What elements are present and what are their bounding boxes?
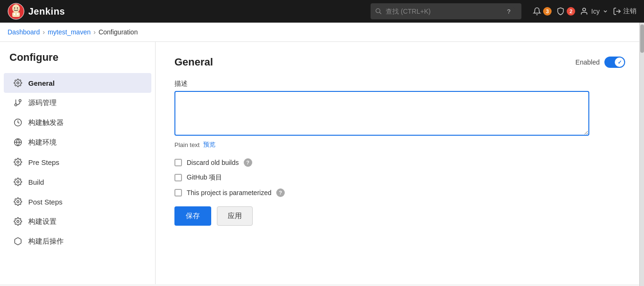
sidebar-item-trigger-label: 构建触发器 (28, 118, 64, 127)
sidebar-item-pre-steps-label: Pre Steps (28, 158, 59, 166)
security-badge[interactable]: 2 (556, 7, 575, 16)
sidebar-item-build-settings[interactable]: 构建设置 (4, 212, 151, 231)
text-mode-row: Plain text 预览 (174, 140, 625, 149)
enabled-toggle-row: Enabled ✓ (576, 57, 625, 68)
sidebar-item-source[interactable]: 源码管理 (4, 93, 151, 113)
security-count: 2 (567, 7, 575, 16)
sidebar-item-post-steps-label: Post Steps (28, 198, 63, 206)
sidebar: Configure General 源码管理 (0, 42, 156, 284)
svg-point-13 (19, 99, 21, 102)
main-layout: Configure General 源码管理 (0, 42, 644, 284)
shield-icon (556, 7, 565, 16)
breadcrumb-sep-1: › (43, 28, 45, 36)
search-input[interactable] (386, 8, 499, 15)
main-content: General Enabled ✓ 描述 Plain text 预览 Dis (156, 42, 644, 284)
svg-rect-4 (12, 12, 20, 17)
user-icon (580, 7, 588, 16)
sidebar-item-pre-steps[interactable]: Pre Steps (4, 152, 151, 172)
enabled-toggle[interactable]: ✓ (604, 57, 625, 68)
svg-rect-6 (17, 13, 18, 15)
parameterized-checkbox[interactable] (174, 189, 182, 196)
post-steps-icon (13, 197, 23, 206)
page-title: General (174, 56, 213, 68)
nav-actions: 3 2 Icy 注销 (533, 7, 636, 16)
breadcrumb-dashboard[interactable]: Dashboard (8, 28, 40, 36)
sidebar-item-source-label: 源码管理 (28, 98, 57, 107)
github-project-row: GitHub 项目 (174, 173, 625, 182)
build-settings-icon (13, 217, 23, 226)
sidebar-item-post-build-label: 构建后操作 (28, 237, 64, 246)
description-textarea[interactable] (174, 91, 589, 136)
bell-icon (533, 7, 541, 16)
svg-point-9 (583, 8, 586, 11)
scrollbar[interactable] (639, 23, 644, 286)
user-name: Icy (591, 8, 600, 15)
scrollbar-thumb (640, 25, 644, 53)
svg-point-18 (17, 161, 19, 163)
sidebar-item-general-label: General (28, 79, 55, 87)
parameterized-help[interactable]: ? (276, 188, 285, 197)
post-build-icon (13, 237, 23, 246)
svg-point-21 (17, 221, 19, 223)
search-icon (375, 8, 382, 15)
jenkins-logo: Jenkins (8, 3, 65, 20)
sidebar-item-env[interactable]: 构建环境 (4, 132, 151, 152)
sidebar-item-post-build[interactable]: 构建后操作 (4, 231, 151, 251)
sidebar-item-general[interactable]: General (4, 73, 151, 93)
notifications-badge[interactable]: 3 (533, 7, 552, 16)
svg-rect-5 (14, 13, 15, 15)
logout-button[interactable]: 注销 (613, 7, 636, 16)
discard-builds-checkbox[interactable] (174, 159, 182, 166)
user-menu[interactable]: Icy (580, 7, 608, 16)
svg-point-3 (17, 8, 18, 8)
source-icon (13, 98, 23, 107)
general-icon (13, 78, 23, 88)
svg-point-19 (17, 181, 19, 183)
breadcrumb-sep-2: › (93, 28, 96, 36)
svg-point-20 (17, 201, 19, 203)
jenkins-logo-icon (8, 3, 25, 20)
svg-line-8 (380, 12, 381, 14)
sidebar-item-post-steps[interactable]: Post Steps (4, 192, 151, 212)
search-help-button[interactable]: ? (503, 5, 515, 17)
top-navigation: Jenkins ? 3 2 Icy (0, 0, 644, 23)
chevron-down-icon (603, 8, 608, 14)
logout-icon (613, 7, 621, 16)
enabled-label: Enabled (576, 58, 600, 66)
content-header: General Enabled ✓ (174, 56, 625, 68)
sidebar-item-build-settings-label: 构建设置 (28, 217, 57, 226)
discard-builds-row: Discard old builds ? (174, 158, 625, 167)
description-label: 描述 (174, 80, 625, 88)
toggle-check-icon: ✓ (618, 59, 622, 65)
discard-builds-help[interactable]: ? (244, 158, 252, 167)
breadcrumb-current: Configuration (99, 28, 138, 36)
svg-point-14 (15, 104, 17, 106)
toggle-knob: ✓ (615, 57, 624, 67)
parameterized-row: This project is parameterized ? (174, 188, 625, 197)
preview-link[interactable]: 预览 (203, 140, 215, 149)
app-title: Jenkins (28, 6, 65, 17)
save-button[interactable]: 保存 (174, 206, 211, 226)
github-project-label: GitHub 项目 (187, 173, 222, 182)
notifications-count: 3 (543, 7, 552, 16)
sidebar-title: Configure (0, 51, 155, 73)
apply-button[interactable]: 应用 (217, 206, 253, 226)
search-bar[interactable]: ? (371, 3, 521, 19)
breadcrumb-project[interactable]: mytest_maven (48, 28, 91, 36)
plain-text-label: Plain text (174, 141, 199, 148)
description-section: 描述 Plain text 预览 (174, 80, 625, 149)
breadcrumb: Dashboard › mytest_maven › Configuration (0, 23, 644, 42)
svg-point-1 (12, 4, 20, 13)
github-project-checkbox[interactable] (174, 174, 182, 181)
trigger-icon (13, 118, 23, 127)
env-icon (13, 138, 23, 147)
form-buttons: 保存 应用 (174, 206, 625, 226)
logout-label: 注销 (623, 7, 636, 16)
build-icon (13, 177, 23, 187)
sidebar-item-build[interactable]: Build (4, 172, 151, 192)
sidebar-item-trigger[interactable]: 构建触发器 (4, 113, 151, 132)
pre-steps-icon (13, 157, 23, 167)
sidebar-item-env-label: 构建环境 (28, 138, 57, 147)
svg-point-11 (17, 82, 19, 84)
svg-point-2 (14, 8, 15, 8)
